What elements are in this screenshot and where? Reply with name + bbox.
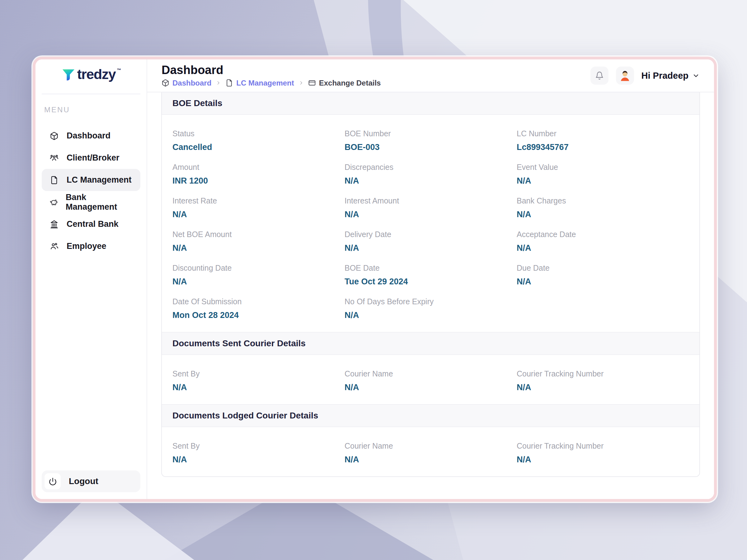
field-value: Cancelled <box>173 142 344 152</box>
field-label: BOE Number <box>344 129 517 138</box>
field-value: N/A <box>344 176 517 186</box>
field-label: Discounting Date <box>173 264 344 272</box>
field-courier-name: Courier Name N/A <box>344 369 517 392</box>
field-value: INR 1200 <box>173 176 344 186</box>
sidebar-item-lc-management[interactable]: LC Management <box>42 169 140 191</box>
field-value: N/A <box>344 311 517 320</box>
sidebar-item-client-broker[interactable]: Client/Broker <box>42 147 140 169</box>
bell-icon <box>595 71 604 80</box>
app-window: tredzy ™ MENU Dashboard Client/Broker LC… <box>33 57 717 502</box>
users-three-icon <box>50 154 58 162</box>
main-content: BOE Details Status Cancelled BOE Number … <box>147 92 714 499</box>
field-value: BOE-003 <box>344 142 517 152</box>
field-label: Net BOE Amount <box>173 230 344 239</box>
field-label: Courier Tracking Number <box>517 369 689 378</box>
field-value: N/A <box>173 383 344 392</box>
field-label: Courier Name <box>344 369 517 378</box>
user-greeting: Hi Pradeep <box>642 71 689 81</box>
field-date-of-submission: Date Of Submission Mon Oct 28 2024 <box>173 297 344 320</box>
user-avatar-button[interactable] <box>616 66 634 85</box>
brand-trademark: ™ <box>117 68 121 73</box>
field-label: Interest Rate <box>173 196 344 205</box>
chevron-down-icon <box>692 72 700 79</box>
field-label: Bank Charges <box>517 196 689 205</box>
sidebar: tredzy ™ MENU Dashboard Client/Broker LC… <box>35 59 147 499</box>
tredzy-logo-icon <box>61 68 76 82</box>
field-value: N/A <box>517 210 689 219</box>
field-lc-number: LC Number Lc899345767 <box>517 129 689 152</box>
field-discrepancies: Discrepancies N/A <box>344 163 517 186</box>
field-value: N/A <box>344 210 517 219</box>
notifications-button[interactable] <box>590 66 609 85</box>
brand-logo: tredzy ™ <box>35 59 147 89</box>
field-value: Tue Oct 29 2024 <box>344 277 517 287</box>
breadcrumb-item-lc-management[interactable]: LC Management <box>225 79 294 87</box>
piggy-bank-icon <box>50 198 58 207</box>
field-status: Status Cancelled <box>173 129 344 152</box>
sidebar-divider <box>42 94 140 94</box>
field-value: N/A <box>344 383 517 392</box>
section-body: Sent By N/A Courier Name N/A Courier Tra… <box>162 355 699 404</box>
field-interest-rate: Interest Rate N/A <box>173 196 344 219</box>
sidebar-item-dashboard[interactable]: Dashboard <box>42 125 140 147</box>
field-value: N/A <box>517 176 689 186</box>
field-courier-tracking-number: Courier Tracking Number N/A <box>517 369 689 392</box>
chevron-right-icon <box>216 80 221 85</box>
field-sent-by: Sent By N/A <box>173 442 344 464</box>
file-icon <box>50 176 58 185</box>
main-area: Dashboard Dashboard LC Management Exchan… <box>147 59 714 499</box>
field-value: N/A <box>173 243 344 253</box>
details-card: BOE Details Status Cancelled BOE Number … <box>161 92 700 477</box>
field-label: Interest Amount <box>344 196 517 205</box>
section-body: Sent By N/A Courier Name N/A Courier Tra… <box>162 427 699 476</box>
field-sent-by: Sent By N/A <box>173 369 344 392</box>
field-label: Sent By <box>173 369 344 378</box>
sidebar-menu: Dashboard Client/Broker LC Management Ba… <box>42 125 140 257</box>
user-menu[interactable]: Hi Pradeep <box>642 71 700 81</box>
sidebar-item-employee[interactable]: Employee <box>42 235 140 257</box>
field-amount: Amount INR 1200 <box>173 163 344 186</box>
field-label: Discrepancies <box>344 163 517 172</box>
field-value: N/A <box>517 455 689 464</box>
header-left: Dashboard Dashboard LC Management Exchan… <box>161 64 381 87</box>
breadcrumb: Dashboard LC Management Exchange Details <box>161 79 381 87</box>
field-value: N/A <box>517 383 689 392</box>
field-label: Acceptance Date <box>517 230 689 239</box>
field-courier-name: Courier Name N/A <box>344 442 517 464</box>
sidebar-item-central-bank[interactable]: Central Bank <box>42 213 140 235</box>
field-value: Mon Oct 28 2024 <box>173 311 344 320</box>
cube-icon <box>50 132 58 140</box>
brand-name: tredzy <box>77 67 116 82</box>
breadcrumb-item-dashboard[interactable]: Dashboard <box>161 79 211 87</box>
field-value: N/A <box>517 243 689 253</box>
field-courier-tracking-number: Courier Tracking Number N/A <box>517 442 689 464</box>
users-two-icon <box>50 242 58 251</box>
field-value: N/A <box>173 210 344 219</box>
field-event-value: Event Value N/A <box>517 163 689 186</box>
logout-button[interactable]: Logout <box>42 471 140 492</box>
field-value: N/A <box>344 243 517 253</box>
field-label: Status <box>173 129 344 138</box>
chevron-right-icon <box>299 80 304 85</box>
section-documents-sent-courier-details: Documents Sent Courier Details Sent By N… <box>162 332 699 404</box>
section-documents-lodged-courier-details: Documents Lodged Courier Details Sent By… <box>162 404 699 476</box>
logout-label: Logout <box>69 476 98 486</box>
field-net-boe-amount: Net BOE Amount N/A <box>173 230 344 253</box>
field-label: Event Value <box>517 163 689 172</box>
avatar <box>618 69 632 82</box>
header-right: Hi Pradeep <box>590 66 700 85</box>
cube-icon <box>161 79 169 87</box>
field-label: Sent By <box>173 442 344 451</box>
sidebar-item-bank-management[interactable]: Bank Management <box>42 191 140 213</box>
field-acceptance-date: Acceptance Date N/A <box>517 230 689 253</box>
field-label: Delivery Date <box>344 230 517 239</box>
section-title: BOE Details <box>173 98 222 108</box>
field-interest-amount: Interest Amount N/A <box>344 196 517 219</box>
field-label: Courier Tracking Number <box>517 442 689 451</box>
field-value: Lc899345767 <box>517 142 689 152</box>
field-due-date: Due Date N/A <box>517 264 689 287</box>
file-icon <box>225 79 233 87</box>
page-title: Dashboard <box>161 64 381 76</box>
menu-section-label: MENU <box>44 105 147 114</box>
field-value: N/A <box>344 455 517 464</box>
